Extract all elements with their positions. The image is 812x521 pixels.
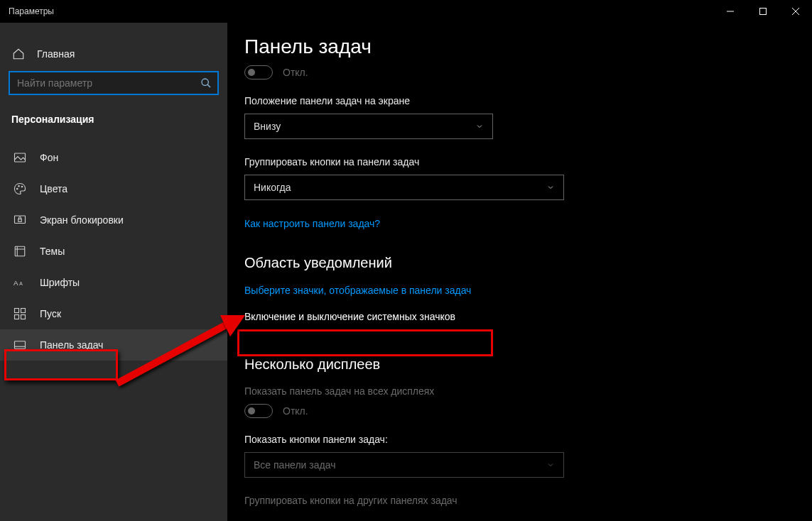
sidebar-item-taskbar[interactable]: Панель задач — [0, 329, 227, 361]
sidebar-item-label: Пуск — [40, 308, 61, 319]
select-value: Никогда — [254, 182, 291, 193]
show-buttons-select[interactable]: Все панели задач — [244, 452, 564, 478]
maximize-button[interactable] — [747, 0, 779, 23]
sidebar-section-title: Персонализация — [0, 101, 227, 142]
start-icon — [13, 307, 27, 321]
svg-text:A: A — [13, 279, 18, 287]
svg-point-9 — [21, 186, 23, 187]
sidebar-item-label: Шрифты — [40, 277, 80, 288]
multi-display-heading: Несколько дисплеев — [244, 356, 791, 373]
group-other-label: Группировать кнопки на других панелях за… — [244, 495, 791, 506]
sidebar-item-label: Экран блокировки — [40, 214, 124, 226]
chevron-down-icon — [546, 183, 555, 192]
svg-text:A: A — [19, 281, 23, 286]
svg-rect-18 — [21, 315, 26, 319]
home-nav[interactable]: Главная — [0, 40, 227, 68]
system-icons-link[interactable]: Включение и выключение системных значков — [244, 311, 455, 322]
sidebar: Главная Персонализация Фон Цвета — [0, 23, 227, 521]
svg-rect-1 — [760, 9, 767, 15]
svg-rect-12 — [15, 246, 25, 256]
sidebar-item-label: Цвета — [40, 183, 67, 194]
show-all-displays-label: Показать панель задач на всех дисплеях — [244, 385, 791, 397]
sidebar-item-label: Фон — [40, 152, 58, 163]
sidebar-item-lockscreen[interactable]: Экран блокировки — [0, 204, 227, 236]
chevron-down-icon — [475, 122, 484, 131]
window-controls — [714, 0, 812, 23]
home-icon — [11, 47, 26, 61]
svg-rect-19 — [15, 341, 26, 349]
svg-point-8 — [18, 186, 20, 187]
close-button[interactable] — [779, 0, 812, 23]
select-value: Все панели задач — [254, 459, 335, 471]
sidebar-item-start[interactable]: Пуск — [0, 298, 227, 329]
select-value: Внизу — [254, 121, 281, 132]
sidebar-item-label: Панель задач — [40, 339, 103, 351]
toggle-state-label: Откл. — [283, 405, 308, 417]
svg-rect-11 — [18, 219, 22, 222]
content-area: Панель задач Откл. Положение панели зада… — [227, 23, 812, 521]
group-buttons-label: Группировать кнопки на панели задач — [244, 156, 791, 168]
sidebar-item-background[interactable]: Фон — [0, 142, 227, 173]
home-label: Главная — [37, 48, 75, 60]
svg-point-7 — [17, 188, 18, 190]
toggle-switch-multi[interactable] — [244, 404, 273, 418]
notification-area-heading: Область уведомлений — [244, 255, 791, 271]
window-title: Параметры — [9, 6, 54, 16]
taskbar-position-label: Положение панели задач на экране — [244, 95, 791, 106]
themes-icon — [13, 244, 27, 258]
group-buttons-select[interactable]: Никогда — [244, 175, 564, 200]
picture-icon — [13, 150, 27, 165]
lockscreen-icon — [13, 213, 27, 227]
toggle-state-label: Откл. — [283, 67, 308, 78]
minimize-button[interactable] — [714, 0, 747, 23]
palette-icon — [13, 182, 27, 196]
search-input[interactable] — [17, 77, 193, 89]
select-icons-link[interactable]: Выберите значки, отображаемые в панели з… — [244, 285, 471, 296]
svg-point-4 — [202, 79, 208, 85]
show-buttons-label: Показать кнопки панели задач: — [244, 434, 791, 445]
sidebar-item-themes[interactable]: Темы — [0, 236, 227, 267]
search-icon — [200, 77, 212, 89]
sidebar-item-fonts[interactable]: AA Шрифты — [0, 267, 227, 298]
annotation-highlight-link — [237, 329, 493, 356]
taskbar-position-select[interactable]: Внизу — [244, 114, 493, 139]
chevron-down-icon — [546, 461, 555, 469]
help-link[interactable]: Как настроить панели задач? — [244, 218, 380, 229]
svg-rect-17 — [15, 315, 19, 319]
toggle-switch[interactable] — [244, 65, 273, 79]
page-title: Панель задач — [244, 35, 791, 58]
taskbar-icon — [13, 338, 27, 352]
fonts-icon: AA — [13, 275, 27, 290]
svg-line-5 — [207, 84, 210, 87]
sidebar-item-colors[interactable]: Цвета — [0, 173, 227, 204]
toggle-row-1: Откл. — [244, 65, 791, 79]
search-input-wrap[interactable] — [9, 71, 219, 95]
toggle-row-multi: Откл. — [244, 404, 791, 418]
svg-rect-16 — [21, 309, 26, 313]
titlebar: Параметры — [0, 0, 812, 23]
svg-rect-15 — [15, 309, 19, 313]
sidebar-item-label: Темы — [40, 246, 65, 257]
